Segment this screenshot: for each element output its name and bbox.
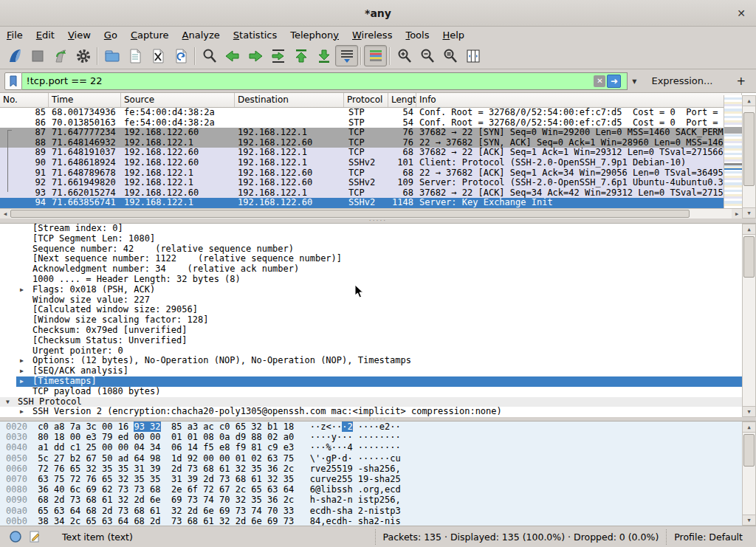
detail-line[interactable]: [Stream index: 0]: [0, 224, 756, 234]
detail-line-seq-ack[interactable]: ▶[SEQ/ACK analysis]: [0, 366, 756, 376]
scroll-right-icon[interactable]: ▶: [732, 209, 742, 219]
detail-line[interactable]: 1000 .... = Header Length: 32 bytes (8): [0, 275, 756, 285]
packet-row-91[interactable]: 9171.648789678192.168.122.1192.168.122.6…: [0, 168, 742, 179]
start-capture-button[interactable]: [3, 45, 26, 66]
packet-row-89[interactable]: 8971.648191037192.168.122.60192.168.122.…: [0, 148, 742, 158]
detail-line[interactable]: [Window size scaling factor: 128]: [0, 315, 756, 326]
expand-arrow-icon[interactable]: ▶: [20, 356, 24, 366]
zoom-in-button[interactable]: [393, 45, 416, 66]
title-bar[interactable]: *any ✕: [0, 0, 756, 27]
detail-line-flags[interactable]: ▶Flags: 0x018 (PSH, ACK): [0, 285, 756, 295]
display-filter-input[interactable]: [22, 72, 628, 90]
packet-row-88[interactable]: 8871.648146932192.168.122.1192.168.122.6…: [0, 138, 742, 148]
scroll-down-icon[interactable]: ▼: [743, 406, 755, 416]
colorize-button[interactable]: [364, 45, 387, 66]
detail-line[interactable]: Acknowledgment number: 34 (relative ack …: [0, 264, 756, 275]
detail-line[interactable]: [Checksum Status: Unverified]: [0, 336, 756, 346]
hex-row[interactable]: 0070 63 75 72 76 65 32 35 35 31 39 2d 73…: [0, 474, 756, 484]
detail-line-timestamps-selected[interactable]: ▶[Timestamps]: [16, 376, 756, 387]
scroll-up-icon[interactable]: ▲: [743, 224, 755, 235]
column-header-no[interactable]: No.: [0, 93, 49, 107]
filter-clear-button[interactable]: ✕: [594, 75, 605, 87]
detail-line-ssh-protocol[interactable]: ▼SSH Protocol: [0, 397, 756, 407]
hex-row[interactable]: 0040 a1 dd c1 25 00 00 04 34 06 14 f5 e8…: [0, 442, 756, 453]
go-forward-button[interactable]: [244, 45, 267, 66]
detail-line[interactable]: Checksum: 0x79ed [unverified]: [0, 326, 756, 336]
packet-row-85[interactable]: 8568.001734936fe:54:00:d4:38:2aSTP54Conf…: [0, 108, 742, 118]
hex-row[interactable]: 00b0 38 34 2c 65 63 64 68 2d 73 68 61 32…: [0, 516, 756, 526]
detail-line[interactable]: Urgent pointer: 0: [0, 346, 756, 357]
menu-telephony[interactable]: Telephony: [284, 28, 346, 42]
column-header-info[interactable]: Info: [416, 93, 742, 107]
column-header-length[interactable]: Length: [388, 93, 416, 107]
details-vscroll-thumb[interactable]: [743, 236, 755, 278]
hex-row[interactable]: 0080 36 40 6c 69 62 73 73 68 2e 6f 72 67…: [0, 484, 756, 495]
packet-list-hscroll-thumb[interactable]: [10, 210, 690, 218]
filter-bookmark-button[interactable]: [4, 72, 22, 90]
go-first-button[interactable]: [289, 45, 312, 66]
zoom-100-button[interactable]: [439, 45, 461, 66]
detail-line[interactable]: [Next sequence number: 1122 (relative se…: [0, 254, 756, 264]
column-header-destination[interactable]: Destination: [235, 93, 344, 107]
detail-line[interactable]: [Calculated window size: 29056]: [0, 305, 756, 315]
expand-arrow-icon[interactable]: ▶: [20, 407, 24, 417]
hex-row[interactable]: 0050 5c 27 b2 67 50 ad 64 98 1d 92 00 00…: [0, 453, 756, 464]
menu-statistics[interactable]: Statistics: [227, 28, 284, 42]
auto-scroll-button[interactable]: [335, 45, 358, 66]
hex-row[interactable]: 0020 c0 a8 7a 3c 00 16 93 32 85 a3 ac c0…: [0, 422, 756, 432]
restart-capture-button[interactable]: [49, 45, 72, 66]
detail-line-options[interactable]: ▶Options: (12 bytes), No-Operation (NOP)…: [0, 356, 756, 366]
open-file-button[interactable]: [100, 45, 123, 66]
menu-wireless[interactable]: Wireless: [346, 28, 399, 42]
detail-line-tcp-payload[interactable]: TCP payload (1080 bytes): [0, 387, 756, 397]
details-vscrollbar[interactable]: ▲ ▼: [742, 224, 756, 417]
menu-go[interactable]: Go: [97, 28, 124, 42]
detail-line[interactable]: [TCP Segment Len: 1080]: [0, 234, 756, 244]
column-header-time[interactable]: Time: [49, 93, 121, 107]
packet-row-94-selected[interactable]: 9471.663856741192.168.122.1192.168.122.6…: [0, 198, 742, 208]
menu-edit[interactable]: Edit: [30, 28, 61, 42]
packet-row-92[interactable]: 9271.661949820192.168.122.1192.168.122.6…: [0, 178, 742, 188]
column-header-protocol[interactable]: Protocol: [344, 93, 388, 107]
menu-help[interactable]: Help: [436, 28, 471, 42]
column-header-source[interactable]: Source: [121, 93, 235, 107]
scroll-down-icon[interactable]: ▼: [743, 207, 755, 218]
scroll-left-icon[interactable]: ◀: [0, 209, 10, 219]
packet-row-86[interactable]: 8670.013850163fe:54:00:d4:38:2aSTP54Conf…: [0, 118, 742, 128]
go-last-button[interactable]: [312, 45, 335, 66]
capture-comment-button[interactable]: [28, 530, 41, 543]
expand-arrow-icon[interactable]: ▶: [20, 376, 24, 387]
packet-row-93[interactable]: 9371.662015274192.168.122.60192.168.122.…: [0, 188, 742, 199]
find-packet-button[interactable]: [198, 45, 221, 66]
packet-list-vscroll-thumb[interactable]: [743, 112, 755, 186]
collapse-arrow-icon[interactable]: ▼: [6, 397, 10, 407]
expand-arrow-icon[interactable]: ▶: [20, 366, 24, 376]
filter-apply-button[interactable]: ➜: [607, 75, 621, 88]
expand-arrow-icon[interactable]: ▶: [20, 285, 24, 295]
hex-row[interactable]: 0030 80 18 00 e3 79 ed 00 00 01 01 08 0a…: [0, 432, 756, 442]
filter-dropdown-arrow-icon[interactable]: ▼: [632, 78, 636, 85]
capture-options-button[interactable]: [72, 45, 94, 66]
menu-tools[interactable]: Tools: [399, 28, 436, 42]
detail-line[interactable]: Window size value: 227: [0, 295, 756, 306]
resize-columns-button[interactable]: [461, 45, 484, 66]
save-file-button[interactable]: [123, 45, 146, 66]
profile-text[interactable]: Profile: Default: [666, 529, 750, 545]
bytes-vscrollbar[interactable]: ▲ ▼: [742, 422, 756, 526]
reload-file-button[interactable]: [169, 45, 192, 66]
add-filter-button[interactable]: +: [730, 75, 752, 88]
hex-row[interactable]: 00a0 65 63 64 68 2d 73 68 61 32 2d 6e 69…: [0, 506, 756, 516]
detail-line[interactable]: Sequence number: 42 (relative sequence n…: [0, 244, 756, 255]
bytes-vscroll-thumb[interactable]: [743, 434, 755, 467]
scroll-up-icon[interactable]: ▲: [743, 96, 755, 106]
close-window-button[interactable]: ✕: [734, 6, 749, 21]
scroll-up-icon[interactable]: ▲: [743, 422, 755, 433]
close-file-button[interactable]: [146, 45, 169, 66]
go-back-button[interactable]: [221, 45, 244, 66]
zoom-out-button[interactable]: [416, 45, 439, 66]
scroll-down-icon[interactable]: ▼: [743, 515, 755, 525]
go-to-packet-button[interactable]: [267, 45, 289, 66]
packet-list-minimap[interactable]: [724, 95, 742, 208]
menu-capture[interactable]: Capture: [124, 28, 176, 42]
stop-capture-button[interactable]: [26, 45, 49, 66]
